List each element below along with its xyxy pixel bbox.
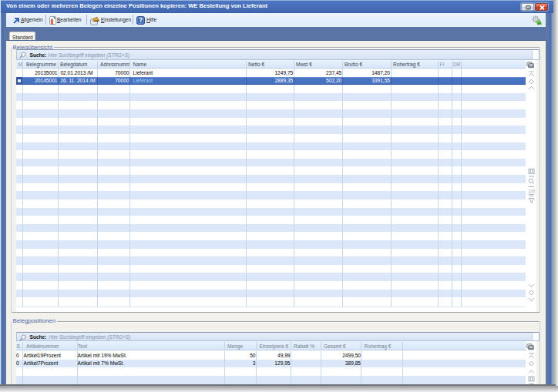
svg-text:116: 116 xyxy=(528,189,536,193)
svg-text:?: ? xyxy=(139,16,143,24)
